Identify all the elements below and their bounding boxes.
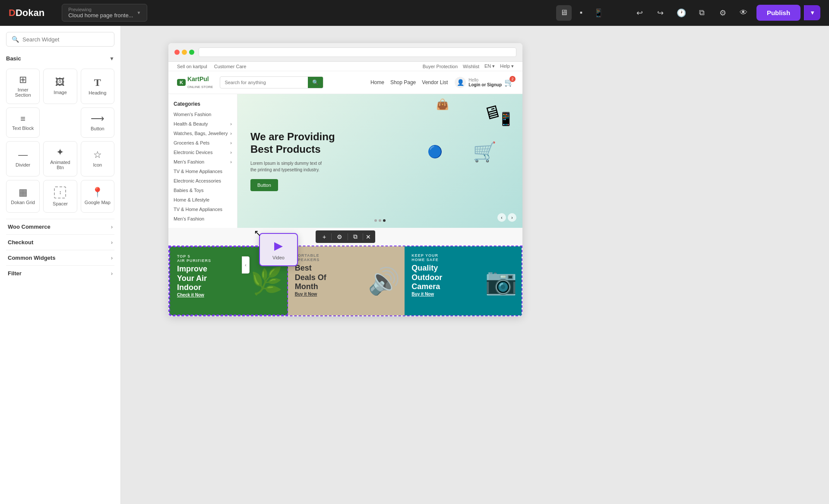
wishlist-link[interactable]: Wishlist <box>463 64 479 69</box>
cat-babies-toys[interactable]: Babies & Toys <box>168 186 237 195</box>
logo-highlight: D <box>9 7 16 18</box>
hero-nav-arrows: ‹ › <box>497 213 516 222</box>
basic-section-header[interactable]: Basic ▼ <box>6 53 114 64</box>
cat-home-lifestyle[interactable]: Home & Lifestyle <box>168 195 237 205</box>
nav-user: 👤 Hello Login or Signup 🛒 2 <box>455 77 514 88</box>
site-logo-text: KartPulONLINE STORE <box>187 76 213 89</box>
hero-next-btn[interactable]: › <box>508 213 516 222</box>
cat-tv-home[interactable]: TV & Home Appliances <box>168 167 237 176</box>
widget-spacer[interactable]: ↕ Spacer <box>43 180 77 213</box>
categories-title: Categories <box>168 98 237 110</box>
main-layout: 🔍 Basic ▼ ⊞ Inner Section 🖼 Image T Head… <box>0 26 829 504</box>
help-link[interactable]: Help ▾ <box>500 63 514 69</box>
inner-section-icon: ⊞ <box>19 75 27 85</box>
cat-mens-fashion-2[interactable]: Men's Fashion <box>168 214 237 224</box>
site-top-links: Sell on kartpul Customer Care <box>177 64 246 69</box>
filter-section[interactable]: Filter › <box>6 265 114 281</box>
toolbar-settings-btn[interactable]: ⚙ <box>334 233 345 241</box>
widget-text-block[interactable]: ≡ Text Block <box>6 107 40 138</box>
publish-dropdown-btn[interactable]: ▼ <box>804 5 820 20</box>
redo-btn[interactable]: ↪ <box>653 5 668 21</box>
common-widgets-arrow: › <box>111 255 113 261</box>
preview-selector[interactable]: Previewing Cloud home page fronte... ▼ <box>62 4 147 22</box>
browser-chrome <box>168 43 522 62</box>
hero-prev-btn[interactable]: ‹ <box>497 213 506 222</box>
site-search-input[interactable] <box>220 77 308 88</box>
widget-heading[interactable]: T Heading <box>81 69 114 104</box>
site-body: Categories Women's Fashion Health & Beau… <box>168 94 522 228</box>
checkout-section[interactable]: Checkout › <box>6 234 114 250</box>
site-search-bar[interactable]: 🔍 <box>220 76 323 88</box>
filter-arrow: › <box>111 271 113 277</box>
toolbar-close-btn[interactable]: ✕ <box>366 233 371 240</box>
widget-button[interactable]: ⟶ Button <box>81 107 114 138</box>
heading-label: Heading <box>89 90 106 95</box>
widget-icon[interactable]: ☆ Icon <box>81 141 114 176</box>
cat-watches[interactable]: Watches, Bags, Jewellery › <box>168 129 237 138</box>
customer-care-link[interactable]: Customer Care <box>214 64 247 69</box>
banner-teal-tag: KEEP YOURHOME SAFE <box>411 253 515 262</box>
banner-card-teal[interactable]: KEEP YOURHOME SAFE QualityOutdoorCamera … <box>405 246 522 315</box>
nav-shop-page[interactable]: Shop Page <box>390 79 416 85</box>
search-input[interactable] <box>22 36 109 43</box>
undo-btn[interactable]: ↩ <box>632 5 648 21</box>
widget-divider[interactable]: — Divider <box>6 141 40 176</box>
hero-section: We are ProvidingBest Products Lorem Ipsu… <box>237 94 522 228</box>
site-search-btn[interactable]: 🔍 <box>308 77 323 88</box>
layers-btn[interactable]: ⧉ <box>694 5 710 21</box>
cat-womens-fashion[interactable]: Women's Fashion <box>168 110 237 119</box>
history-btn[interactable]: 🕐 <box>674 5 689 21</box>
hero-button[interactable]: Button <box>250 179 278 191</box>
widget-animated-btn[interactable]: ✦ Animated Btn <box>43 141 77 176</box>
browser-dots <box>174 50 194 55</box>
language-selector[interactable]: EN ▾ <box>484 63 495 69</box>
common-widgets-section[interactable]: Common Widgets › <box>6 250 114 265</box>
sell-link[interactable]: Sell on kartpul <box>177 64 207 69</box>
cat-electronic-acc[interactable]: Electronic Accessories <box>168 176 237 186</box>
preview-eye-btn[interactable]: 👁 <box>736 5 751 21</box>
widget-image[interactable]: 🖼 Image <box>43 69 77 104</box>
cat-health-beauty[interactable]: Health & Beauty › <box>168 119 237 129</box>
dokan-grid-icon: ▦ <box>19 188 28 197</box>
hero-title: We are ProvidingBest Products <box>250 131 335 156</box>
mobile-device-btn[interactable]: 📱 <box>591 5 606 21</box>
heading-icon: T <box>94 77 101 88</box>
user-login[interactable]: Login or Signup <box>468 82 502 87</box>
publish-button[interactable]: Publish <box>756 5 801 21</box>
site-nav-links: Home Shop Page Vendor List <box>370 79 448 85</box>
divider-icon: — <box>18 150 28 160</box>
settings-btn[interactable]: ⚙ <box>715 5 731 21</box>
cat-mens-fashion[interactable]: Men's Fashion › <box>168 157 237 167</box>
cat-tv-home-2[interactable]: TV & Home Appliances <box>168 205 237 214</box>
site-top-right: Buyer Protection Wishlist EN ▾ Help ▾ <box>423 63 514 69</box>
search-box[interactable]: 🔍 <box>6 32 114 47</box>
hero-dot-2 <box>379 219 381 222</box>
user-avatar[interactable]: 👤 <box>455 77 466 88</box>
site-header-bar: Sell on kartpul Customer Care Buyer Prot… <box>168 62 522 71</box>
desktop-device-btn[interactable]: 🖥 <box>556 5 572 21</box>
hero-dot-1 <box>374 219 377 222</box>
cat-groceries[interactable]: Groceries & Pets › <box>168 138 237 148</box>
nav-home[interactable]: Home <box>370 79 384 85</box>
browser-address-bar[interactable] <box>199 47 516 57</box>
video-widget-label: Video <box>272 255 285 260</box>
cart-badge: 2 <box>509 76 516 82</box>
banner-card-tan[interactable]: PORTABLESPEAKERS BestDeals OfMonth Buy i… <box>288 246 405 315</box>
dragged-video-widget[interactable]: ↖ ▶ Video <box>259 233 298 266</box>
toolbar-divider-3 <box>363 233 363 240</box>
checkout-label: Checkout <box>8 239 33 246</box>
tablet-device-btn[interactable]: ▪ <box>573 5 589 21</box>
widget-inner-section[interactable]: ⊞ Inner Section <box>6 69 40 104</box>
woo-commerce-section[interactable]: Woo Commerce › <box>6 219 114 234</box>
categories-panel: Categories Women's Fashion Health & Beau… <box>168 94 237 228</box>
site-logo-icon: K <box>177 79 186 86</box>
toolbar-duplicate-btn[interactable]: ⧉ <box>351 232 360 241</box>
widget-dokan-grid[interactable]: ▦ Dokan Grid <box>6 180 40 213</box>
nav-vendor-list[interactable]: Vendor List <box>422 79 448 85</box>
toolbar-add-btn[interactable]: + <box>320 233 329 241</box>
widget-google-map[interactable]: 📍 Google Map <box>81 180 114 213</box>
google-map-icon: 📍 <box>92 188 103 197</box>
sidebar-collapse-btn[interactable]: ‹ <box>242 256 250 274</box>
cat-electronic-devices[interactable]: Electronic Devices › <box>168 148 237 157</box>
toolbar-wrapper: + ⚙ ⧉ ✕ <box>168 228 522 246</box>
